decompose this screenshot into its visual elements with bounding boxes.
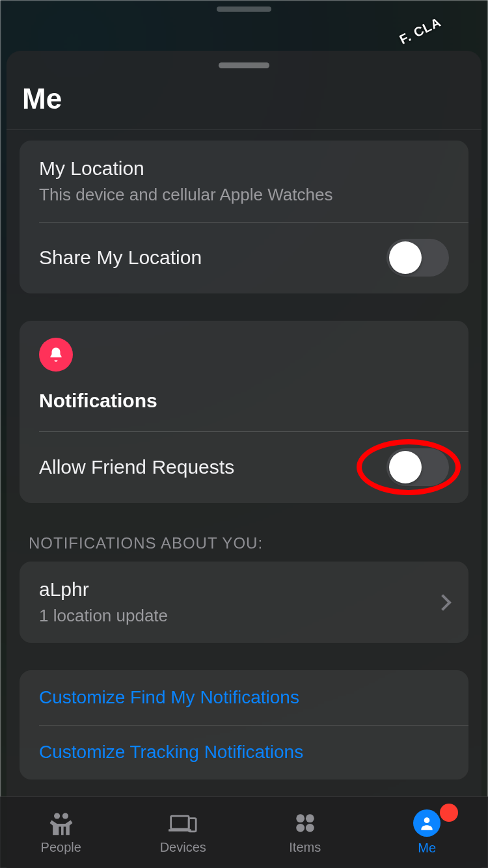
tab-me-badge [440, 804, 458, 822]
share-my-location-cell: Share My Location [20, 222, 468, 293]
customize-findmy-label: Customize Find My Notifications [39, 687, 449, 708]
tab-people[interactable]: People [0, 797, 122, 868]
svg-point-5 [296, 814, 305, 822]
page-title: Me [7, 80, 481, 129]
me-avatar-icon [413, 809, 441, 837]
share-my-location-toggle[interactable] [386, 239, 449, 277]
sheet-grabber[interactable] [219, 62, 269, 68]
about-you-item-title: aLphr [39, 578, 168, 601]
tab-items[interactable]: Items [244, 797, 366, 868]
tab-people-label: People [41, 840, 81, 855]
items-icon [291, 810, 319, 836]
me-sheet: Me My Location This device and cellular … [7, 51, 481, 868]
allow-friend-requests-cell: Allow Friend Requests [20, 431, 468, 503]
svg-point-6 [306, 814, 314, 822]
my-location-cell[interactable]: My Location This device and cellular App… [20, 141, 468, 222]
notifications-heading: Notifications [39, 390, 449, 412]
tab-bar: People Devices Items Me [0, 796, 488, 868]
status-handle [217, 7, 271, 12]
customize-tracking-label: Customize Tracking Notifications [39, 742, 449, 763]
notifications-header-cell: Notifications [20, 321, 468, 431]
devices-icon [169, 810, 197, 836]
my-location-subtitle: This device and cellular Apple Watches [39, 185, 449, 205]
customize-findmy-link[interactable]: Customize Find My Notifications [20, 670, 468, 725]
allow-friend-requests-label: Allow Friend Requests [39, 456, 234, 478]
my-location-title: My Location [39, 157, 449, 180]
about-you-item[interactable]: aLphr 1 location update [20, 562, 468, 643]
customize-tracking-link[interactable]: Customize Tracking Notifications [20, 725, 468, 780]
tab-devices[interactable]: Devices [122, 797, 245, 868]
tab-devices-label: Devices [160, 840, 206, 855]
svg-rect-2 [171, 816, 189, 829]
svg-point-1 [62, 813, 68, 819]
svg-rect-3 [169, 829, 191, 832]
svg-point-0 [54, 813, 60, 819]
notifications-group: Notifications Allow Friend Requests [20, 321, 468, 503]
people-icon [47, 810, 75, 836]
bell-icon [39, 338, 73, 372]
about-you-group: aLphr 1 location update [20, 562, 468, 643]
location-group: My Location This device and cellular App… [20, 141, 468, 293]
tab-me-label: Me [418, 841, 436, 856]
share-my-location-label: Share My Location [39, 247, 202, 269]
tab-me[interactable]: Me [366, 797, 489, 868]
allow-friend-requests-toggle[interactable] [386, 448, 449, 486]
divider [7, 129, 481, 130]
customize-links-group: Customize Find My Notifications Customiz… [20, 670, 468, 780]
about-you-header: NOTIFICATIONS ABOUT YOU: [29, 534, 459, 552]
svg-point-9 [424, 817, 430, 823]
tab-items-label: Items [289, 840, 321, 855]
chevron-right-icon [435, 594, 451, 610]
svg-point-7 [296, 824, 305, 832]
about-you-item-subtitle: 1 location update [39, 606, 168, 626]
svg-point-8 [306, 824, 314, 832]
